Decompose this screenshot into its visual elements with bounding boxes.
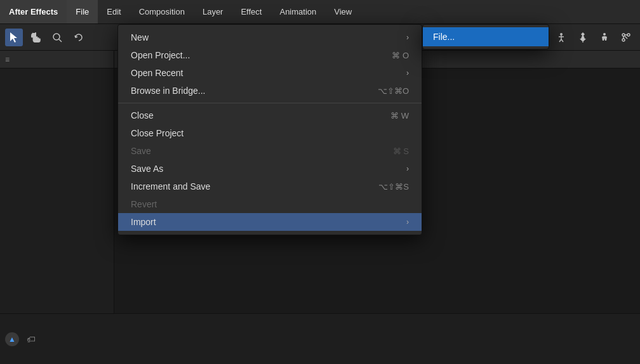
menu-item-new-arrow: › (406, 33, 409, 42)
svg-marker-0 (10, 32, 17, 42)
menu-item-import-arrow: › (406, 218, 409, 226)
hand-tool[interactable] (27, 29, 44, 46)
puppet-tool[interactable] (552, 29, 570, 46)
svg-point-11 (627, 34, 630, 36)
submenu-item-file-label: File... (433, 32, 455, 42)
person-tool[interactable] (596, 29, 613, 46)
menubar-item-layer[interactable]: Layer (194, 0, 232, 23)
menu-item-increment-save[interactable]: Increment and Save ⌥⇧⌘S (118, 178, 422, 195)
menu-item-revert-label: Revert (131, 199, 157, 209)
menubar-item-effect[interactable]: Effect (232, 0, 270, 23)
menubar-item-view[interactable]: View (325, 0, 361, 23)
menu-item-import-label: Import (131, 217, 156, 227)
menubar-item-file[interactable]: File (67, 0, 98, 23)
menu-item-revert: Revert (118, 195, 422, 213)
menu-item-close[interactable]: Close ⌘ W (118, 107, 422, 124)
menubar: After Effects File Edit Composition Laye… (0, 0, 640, 24)
tag-icon[interactable]: 🏷 (24, 332, 38, 346)
menubar-item-animation[interactable]: Animation (270, 0, 325, 23)
menu-item-import[interactable]: Import › (118, 213, 422, 231)
svg-point-9 (603, 33, 606, 36)
menu-item-save-as-label: Save As (131, 164, 163, 174)
branch-tool[interactable] (617, 29, 635, 46)
svg-point-10 (622, 34, 625, 36)
menu-item-open-recent-label: Open Recent (131, 68, 183, 78)
panel-menu-icon[interactable]: ≡ (5, 55, 10, 64)
toolbar-right (552, 29, 635, 46)
svg-point-12 (622, 39, 625, 41)
menu-item-new[interactable]: New › (118, 29, 422, 46)
menu-item-open-project-label: Open Project... (131, 50, 190, 60)
menu-item-browse-bridge-label: Browse in Bridge... (131, 86, 206, 96)
menu-item-save-as[interactable]: Save As › (118, 160, 422, 178)
menu-item-increment-save-shortcut: ⌥⇧⌘S (378, 182, 409, 192)
menu-item-close-project-label: Close Project (131, 128, 183, 138)
menu-item-close-project[interactable]: Close Project (118, 124, 422, 142)
svg-point-3 (560, 33, 563, 36)
menu-item-open-project-shortcut: ⌘ O (392, 51, 409, 60)
menu-item-close-label: Close (131, 110, 154, 120)
menu-item-open-recent[interactable]: Open Recent › (118, 64, 422, 82)
svg-point-1 (53, 34, 60, 40)
file-dropdown-menu: New › Open Project... ⌘ O Open Recent › … (117, 24, 422, 235)
menubar-item-composition[interactable]: Composition (130, 0, 194, 23)
rotate-tool[interactable] (70, 29, 88, 46)
menubar-item-after-effects[interactable]: After Effects (0, 0, 67, 23)
svg-line-2 (59, 39, 62, 42)
arrow-tool[interactable] (5, 29, 23, 46)
menu-item-close-shortcut: ⌘ W (390, 111, 409, 120)
menu-separator-1 (118, 103, 422, 103)
menu-item-save-as-arrow: › (406, 164, 409, 173)
submenu-item-file[interactable]: File... (423, 27, 549, 46)
panel-header: ≡ (0, 51, 114, 68)
pin-tool[interactable] (574, 29, 592, 46)
svg-line-15 (625, 36, 627, 39)
play-button[interactable]: ▲ (5, 332, 19, 346)
menu-item-save-shortcut: ⌘ S (393, 146, 409, 156)
menu-item-browse-bridge[interactable]: Browse in Bridge... ⌥⇧⌘O (118, 82, 422, 100)
menu-item-new-label: New (131, 32, 149, 42)
zoom-tool[interactable] (48, 29, 66, 46)
menu-item-open-project[interactable]: Open Project... ⌘ O (118, 46, 422, 64)
menu-item-save: Save ⌘ S (118, 142, 422, 160)
menubar-item-edit[interactable]: Edit (98, 0, 130, 23)
import-submenu: File... (422, 24, 549, 49)
bottom-timeline: ▲ 🏷 (0, 313, 640, 364)
menu-item-increment-save-label: Increment and Save (131, 181, 210, 192)
menu-item-browse-bridge-shortcut: ⌥⇧⌘O (378, 86, 409, 96)
menu-item-open-recent-arrow: › (406, 68, 409, 77)
menu-item-save-label: Save (131, 146, 151, 156)
svg-line-7 (561, 39, 563, 42)
